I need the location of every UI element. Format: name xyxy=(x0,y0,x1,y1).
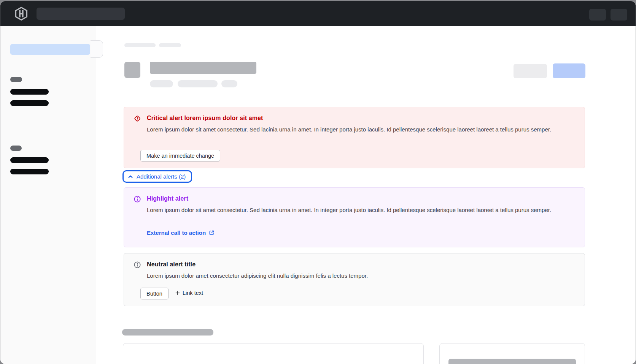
info-circle-icon xyxy=(134,261,141,269)
sidebar xyxy=(0,26,96,364)
page-meta-skeleton xyxy=(150,80,173,87)
external-cta-label: External call to action xyxy=(147,229,206,236)
app-window: Critical alert lorem ipsum dolor sit ame… xyxy=(0,1,636,364)
nav-action-skeleton-2[interactable] xyxy=(611,9,627,21)
sidebar-nav-item-skeleton[interactable] xyxy=(10,169,49,174)
alert-diamond-icon xyxy=(134,115,141,122)
critical-alert-banner: Critical alert lorem ipsum dolor sit ame… xyxy=(124,107,585,168)
info-circle-icon xyxy=(134,195,141,203)
neutral-alert-title: Neutral alert title xyxy=(147,261,196,268)
hashicorp-logo-icon xyxy=(14,6,29,21)
external-link-icon xyxy=(209,230,215,236)
content-card-skeleton xyxy=(439,343,585,364)
content-card-skeleton xyxy=(123,343,424,364)
additional-alerts-label: Additional alerts (2) xyxy=(137,173,186,180)
top-nav-bar xyxy=(0,1,636,26)
sidebar-nav-item-skeleton[interactable] xyxy=(10,89,49,95)
primary-action-skeleton[interactable] xyxy=(553,63,585,78)
highlight-alert-title: Highlight alert xyxy=(147,195,188,202)
page-meta-skeleton xyxy=(178,80,218,87)
external-cta-link[interactable]: External call to action xyxy=(147,229,215,236)
section-title-skeleton xyxy=(122,329,213,336)
card-bar-skeleton xyxy=(448,359,576,364)
neutral-alert-button[interactable]: Button xyxy=(140,288,169,299)
plus-icon xyxy=(175,291,180,295)
sidebar-nav-item-skeleton[interactable] xyxy=(10,100,49,106)
sidebar-section-label-skeleton xyxy=(10,77,22,82)
chevron-up-icon xyxy=(127,174,134,180)
immediate-change-button[interactable]: Make an immediate change xyxy=(140,150,220,161)
critical-alert-body: Lorem ipsum dolor sit amet consectetur. … xyxy=(147,125,577,134)
nav-action-skeleton-1[interactable] xyxy=(589,9,606,21)
secondary-action-skeleton[interactable] xyxy=(514,64,547,78)
sidebar-section-label-skeleton xyxy=(10,146,22,151)
app-screenshot-frame: Critical alert lorem ipsum dolor sit ame… xyxy=(0,0,636,364)
page-icon-skeleton xyxy=(124,62,140,78)
sidebar-nav-item-skeleton[interactable] xyxy=(10,157,49,163)
additional-alerts-toggle[interactable]: Additional alerts (2) xyxy=(122,170,192,183)
neutral-alert-banner: Neutral alert title Lorem ipsum dolor am… xyxy=(124,253,585,306)
global-search-skeleton[interactable] xyxy=(37,8,125,20)
sidebar-active-item-skeleton[interactable] xyxy=(10,44,90,55)
critical-alert-title: Critical alert lorem ipsum dolor sit ame… xyxy=(147,115,263,122)
main-content: Critical alert lorem ipsum dolor sit ame… xyxy=(96,26,636,364)
add-link-button[interactable]: Link text xyxy=(175,290,203,296)
page-meta-skeleton xyxy=(221,80,237,87)
neutral-alert-body: Lorem ipsum dolor amet consectetur adipi… xyxy=(147,271,577,280)
breadcrumb-skeleton[interactable] xyxy=(159,43,181,47)
page-title-skeleton xyxy=(150,62,256,74)
sidebar-collapse-handle[interactable] xyxy=(91,40,103,58)
add-link-label: Link text xyxy=(183,290,203,296)
breadcrumb-skeleton[interactable] xyxy=(124,43,156,47)
highlight-alert-banner: Highlight alert Lorem ipsum dolor sit am… xyxy=(124,187,585,247)
highlight-alert-body: Lorem ipsum dolor sit amet consectetur. … xyxy=(147,206,577,214)
